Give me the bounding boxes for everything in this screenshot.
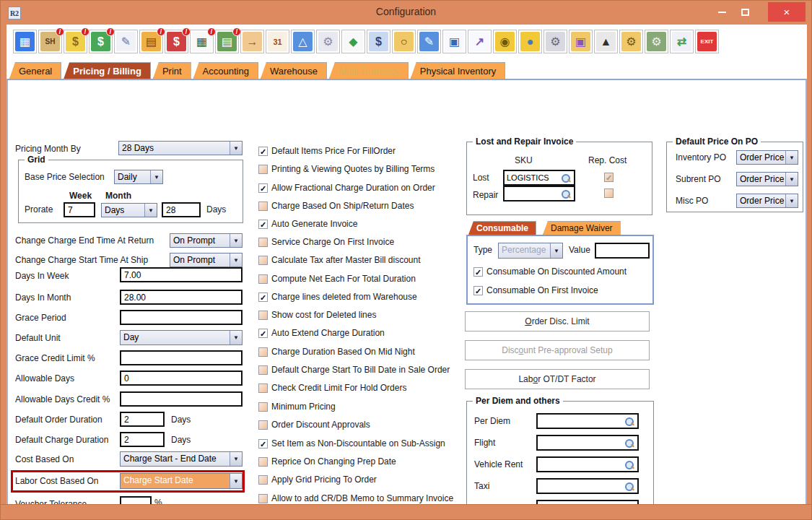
repair-sku-input[interactable]	[505, 187, 561, 200]
tab-warehouse[interactable]: Warehouse	[261, 62, 327, 79]
toolbar-button-price-tag[interactable]: $	[367, 30, 390, 53]
toolbar-button-document-send[interactable]: ↗	[468, 30, 492, 53]
toolbar-button-document-cubes[interactable]: ▣	[442, 30, 466, 53]
chevron-down-icon[interactable]: ▼	[230, 452, 242, 466]
checkbox-row[interactable]: Reprice On Changing Prep Date	[258, 455, 396, 468]
tab-damage-waiver[interactable]: Damage Waiver	[543, 221, 621, 235]
checkbox-row[interactable]: Charge Based On Ship/Return Dates	[258, 199, 414, 212]
start-time-select[interactable]: On Prompt▼	[170, 253, 243, 267]
tab-physical-inventory[interactable]: Physical Inventory	[411, 62, 506, 79]
checkbox[interactable]: ✓	[258, 329, 268, 338]
repair-rep-cost-checkbox[interactable]	[604, 188, 614, 198]
toolbar-button-shield-search[interactable]: ◉	[493, 30, 517, 53]
grace-period-input[interactable]	[120, 310, 243, 325]
toolbar-button-folder-gear[interactable]: ⚙	[619, 30, 643, 53]
vehicle-rent-input[interactable]	[538, 458, 623, 471]
prorate-month-unit-select[interactable]: Days▼	[101, 203, 157, 217]
allowable-days-input[interactable]	[120, 370, 243, 386]
search-icon[interactable]	[624, 438, 634, 448]
checkbox-row[interactable]: ✓Charge lines deleted from Warehouse	[258, 290, 417, 303]
chevron-down-icon[interactable]: ▼	[144, 204, 157, 217]
cost-based-on-select[interactable]: Charge Start - End Date▼	[120, 451, 243, 467]
checkbox-row[interactable]: Compute Net Each For Total Duration	[258, 272, 416, 285]
checkbox[interactable]: ✓	[258, 292, 268, 302]
per-diem-input[interactable]	[538, 415, 623, 428]
checkbox[interactable]: ✓	[258, 183, 268, 193]
order-disc-limit-button[interactable]: Order Disc. Limit	[465, 311, 650, 332]
toolbar-button-document-transfer[interactable]: ⇄	[670, 30, 694, 53]
toolbar-button-form[interactable]: ▤/	[139, 30, 163, 53]
checkbox[interactable]	[258, 311, 268, 320]
checkbox-row[interactable]: Apply Grid Pricing To Order	[258, 473, 377, 486]
toolbar-button-folder-clock[interactable]: ○	[392, 30, 416, 53]
search-icon[interactable]	[561, 173, 571, 183]
value-input[interactable]	[595, 243, 650, 259]
checkbox[interactable]	[258, 256, 268, 265]
checkbox-row[interactable]: Charge Duration Based On Mid Night	[258, 345, 415, 358]
toolbar-button-scanner[interactable]: ⚙	[543, 30, 567, 53]
checkbox[interactable]	[258, 165, 268, 174]
toolbar-button-exit[interactable]: EXIT	[695, 30, 719, 53]
checkbox-row[interactable]: ✓Auto Generate Invoice	[258, 217, 357, 230]
checkbox[interactable]: ✓	[258, 147, 268, 156]
chevron-down-icon[interactable]: ▼	[230, 254, 242, 266]
misc-po-select[interactable]: Order Price▼	[736, 194, 798, 208]
chevron-down-icon[interactable]: ▼	[785, 194, 798, 207]
checkbox-row[interactable]: ✓Default Items Price For FillOrder	[258, 144, 396, 157]
tab-general[interactable]: General	[9, 62, 61, 79]
checkbox[interactable]	[258, 402, 268, 412]
checkbox-row[interactable]: Check Credit Limit For Hold Orders	[258, 381, 406, 394]
toolbar-button-edit-document[interactable]: ✎	[114, 30, 138, 53]
grace-credit-limit-input[interactable]	[120, 350, 243, 365]
search-icon[interactable]	[624, 460, 634, 470]
default-charge-duration-input[interactable]	[120, 432, 165, 447]
chevron-down-icon[interactable]: ▼	[230, 142, 242, 155]
checkbox-row[interactable]: ✓Allow Fractional Charge Duration on Ord…	[258, 181, 435, 194]
checkbox-row[interactable]: ✓Consumable On Discounted Amount	[473, 265, 627, 278]
taxi-input[interactable]	[538, 480, 623, 493]
checkbox[interactable]	[258, 347, 268, 357]
checkbox[interactable]: ✓	[258, 439, 268, 448]
checkbox-row[interactable]: Order Discount Approvals	[258, 418, 370, 431]
flight-input[interactable]	[538, 436, 623, 449]
tab-accounting[interactable]: Accounting	[193, 62, 258, 79]
prorate-week-input[interactable]	[64, 202, 95, 217]
days-in-week-input[interactable]	[120, 267, 243, 282]
chevron-down-icon[interactable]: ▼	[785, 173, 798, 186]
labor-cost-based-on-select[interactable]: Charge Start Date▼	[120, 473, 243, 489]
close-button[interactable]: ×	[768, 2, 806, 22]
toolbar-button-payment[interactable]: $/	[165, 30, 188, 53]
checkbox-row[interactable]: Service Charge On First Invoice	[258, 235, 394, 248]
default-unit-select[interactable]: Day▼	[120, 330, 243, 345]
checkbox[interactable]: ✓	[258, 220, 268, 229]
days-in-month-input[interactable]	[120, 290, 243, 305]
checkbox[interactable]	[258, 274, 268, 284]
toolbar-button-form-edit[interactable]: ✎	[417, 30, 441, 53]
toolbar-button-coins[interactable]: $/	[64, 30, 87, 53]
maximize-button[interactable]	[735, 4, 755, 21]
toolbar-button-cubes[interactable]: ◆	[341, 30, 365, 53]
checkbox-row[interactable]: ✓Set Item as Non-Discountable on Sub-Ass…	[258, 437, 445, 450]
allowable-days-credit-input[interactable]	[120, 391, 243, 407]
inventory-po-select[interactable]: Order Price▼	[736, 150, 798, 165]
checkbox-row[interactable]: ✓Consumable On First Invoice	[473, 284, 598, 297]
checkbox[interactable]	[258, 420, 268, 430]
chevron-down-icon[interactable]: ▼	[785, 151, 798, 164]
subrent-po-select[interactable]: Order Price▼	[736, 172, 798, 186]
toolbar-button-date-range[interactable]: 31	[266, 30, 289, 53]
tab-pricing-billing[interactable]: Pricing / Billing	[64, 62, 151, 79]
checkbox-row[interactable]: Allow to add CR/DB Memo to Summary Invoi…	[258, 492, 453, 505]
toolbar-button-lock-checkin[interactable]: →	[240, 30, 264, 53]
base-price-selection-select[interactable]: Daily▼	[114, 170, 163, 184]
toolbar-button-gears[interactable]: ⚙	[316, 30, 340, 53]
search-icon[interactable]	[561, 189, 571, 199]
toolbar-button-invoice[interactable]: $/	[89, 30, 113, 53]
search-icon[interactable]	[624, 417, 634, 427]
chevron-down-icon[interactable]: ▼	[230, 331, 242, 344]
toolbar-button-save[interactable]: ▦	[13, 30, 37, 53]
pricing-month-by-select[interactable]: 28 Days▼	[118, 141, 243, 155]
search-icon[interactable]	[624, 482, 634, 492]
toolbar-button-statue[interactable]: ▲	[594, 30, 618, 53]
checkbox[interactable]	[258, 202, 268, 211]
checkbox-row[interactable]: Default Charge Start To Bill Date in Sal…	[258, 363, 450, 376]
